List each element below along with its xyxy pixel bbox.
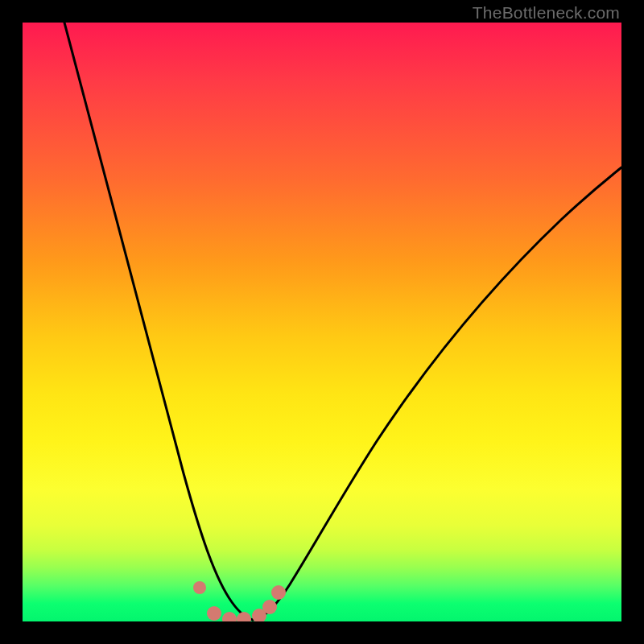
valley-dot (193, 581, 206, 594)
valley-dot (222, 612, 237, 621)
left-curve (64, 23, 253, 620)
plot-frame (23, 23, 621, 621)
valley-dot (237, 612, 251, 621)
valley-marker-group (193, 581, 286, 621)
valley-dot (207, 606, 221, 621)
valley-dot (271, 585, 286, 600)
curve-layer (23, 23, 621, 621)
right-curve (253, 167, 621, 620)
watermark-text: TheBottleneck.com (473, 3, 620, 23)
valley-dot (262, 600, 277, 614)
